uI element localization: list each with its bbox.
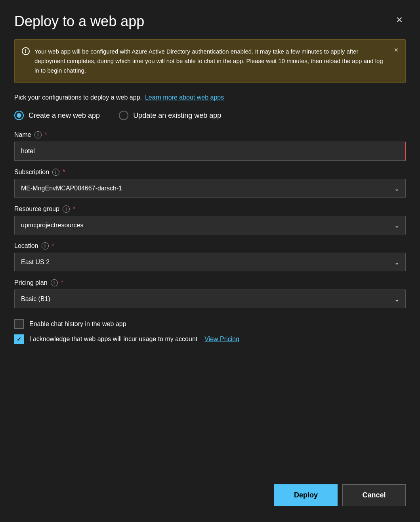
radio-update-existing[interactable]: Update an existing web app xyxy=(119,111,221,120)
radio-create-new-label: Create a new web app xyxy=(29,111,100,120)
deploy-dialog: Deploy to a web app × i Your web app wil… xyxy=(0,0,420,522)
radio-create-new-circle xyxy=(14,111,24,120)
acknowledge-label: I acknowledge that web apps will incur u… xyxy=(29,336,197,343)
pricing-plan-field-group: Pricing plan i * Basic (B1) ⌄ xyxy=(14,279,406,308)
pricing-plan-select-wrapper: Basic (B1) ⌄ xyxy=(14,290,406,308)
location-select-wrapper: East US 2 ⌄ xyxy=(14,253,406,271)
cancel-button[interactable]: Cancel xyxy=(342,484,406,506)
resource-group-required-star: * xyxy=(73,205,75,213)
name-field-group: Name i * xyxy=(14,131,406,161)
radio-group: Create a new web app Update an existing … xyxy=(14,111,406,120)
acknowledge-checkbox[interactable] xyxy=(14,334,24,344)
name-label-text: Name xyxy=(14,131,31,138)
banner-text: Your web app will be configured with Azu… xyxy=(34,47,386,75)
radio-update-existing-label: Update an existing web app xyxy=(133,111,221,120)
pricing-plan-label-text: Pricing plan xyxy=(14,279,48,286)
subscription-select-wrapper: ME-MngEnvMCAP004667-darsch-1 ⌄ xyxy=(14,179,406,198)
subtitle-row: Pick your configurations to deploy a web… xyxy=(14,94,406,101)
banner-info-icon: i xyxy=(22,47,30,55)
location-required-star: * xyxy=(52,242,54,249)
name-required-star: * xyxy=(45,131,47,138)
name-field-label: Name i * xyxy=(14,131,406,138)
info-banner: i Your web app will be configured with A… xyxy=(14,39,406,83)
name-info-icon[interactable]: i xyxy=(34,131,42,138)
dialog-title: Deploy to a web app xyxy=(14,13,144,30)
view-pricing-link[interactable]: View Pricing xyxy=(204,336,239,343)
name-input[interactable] xyxy=(14,142,406,161)
subscription-required-star: * xyxy=(63,169,65,176)
dialog-header: Deploy to a web app × xyxy=(14,13,406,30)
location-field-label: Location i * xyxy=(14,242,406,249)
pricing-plan-info-icon[interactable]: i xyxy=(51,279,58,286)
dialog-close-button[interactable]: × xyxy=(393,13,406,27)
radio-update-existing-circle xyxy=(119,111,128,120)
resource-group-select[interactable]: upmcprojectresources xyxy=(14,216,406,234)
checkbox-group: Enable chat history in the web app I ack… xyxy=(14,319,406,344)
subscription-field-label: Subscription i * xyxy=(14,169,406,176)
location-select[interactable]: East US 2 xyxy=(14,253,406,271)
location-info-icon[interactable]: i xyxy=(42,242,49,249)
resource-group-field-label: Resource group i * xyxy=(14,205,406,213)
learn-more-link[interactable]: Learn more about web apps xyxy=(145,94,224,101)
chat-history-checkbox[interactable] xyxy=(14,319,24,329)
subtitle-text: Pick your configurations to deploy a web… xyxy=(14,94,142,101)
pricing-plan-select[interactable]: Basic (B1) xyxy=(14,290,406,308)
subscription-info-icon[interactable]: i xyxy=(52,169,59,176)
deploy-button[interactable]: Deploy xyxy=(274,484,338,506)
banner-close-button[interactable]: × xyxy=(392,45,400,55)
resource-group-info-icon[interactable]: i xyxy=(63,205,70,213)
location-label-text: Location xyxy=(14,242,38,249)
acknowledge-row: I acknowledge that web apps will incur u… xyxy=(14,334,406,344)
location-field-group: Location i * East US 2 ⌄ xyxy=(14,242,406,271)
chat-history-row: Enable chat history in the web app xyxy=(14,319,406,329)
pricing-plan-required-star: * xyxy=(61,279,63,286)
radio-create-new[interactable]: Create a new web app xyxy=(14,111,100,120)
resource-group-select-wrapper: upmcprojectresources ⌄ xyxy=(14,216,406,234)
subscription-label-text: Subscription xyxy=(14,169,49,176)
chat-history-label: Enable chat history in the web app xyxy=(29,320,126,328)
dialog-footer: Deploy Cancel xyxy=(14,472,406,506)
pricing-plan-field-label: Pricing plan i * xyxy=(14,279,406,286)
subscription-field-group: Subscription i * ME-MngEnvMCAP004667-dar… xyxy=(14,169,406,198)
resource-group-label-text: Resource group xyxy=(14,205,59,213)
resource-group-field-group: Resource group i * upmcprojectresources … xyxy=(14,205,406,234)
subscription-select[interactable]: ME-MngEnvMCAP004667-darsch-1 xyxy=(14,179,406,198)
